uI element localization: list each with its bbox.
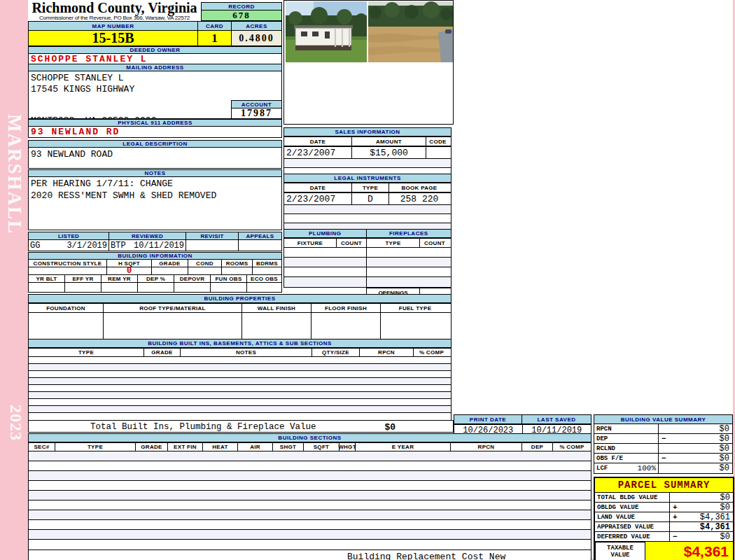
total-built-ins-label: Total Built Ins, Plumbing & Fireplace Va… <box>90 422 316 432</box>
taxable-value-label: TAXABLE VALUE <box>595 542 645 560</box>
building-sections-empty-rows <box>28 451 592 550</box>
property-photo-house[interactable] <box>286 1 367 62</box>
deeded-owner-value: SCHOPPE STANLEY L <box>28 53 282 64</box>
bvs-row-lcf: LCF 100% $0 <box>594 463 732 473</box>
bvs-lcf-value: $0 <box>671 463 729 473</box>
fuel-type-label: FUEL TYPE <box>381 304 449 312</box>
deferred-value: $0 <box>682 532 730 542</box>
reviewed-value: BTP 10/11/2019 <box>109 240 186 251</box>
sidebar-vertical-label-year: 2023 <box>6 405 25 441</box>
bvs-row-rpcn: RPCN $0 <box>594 424 732 434</box>
wall-finish-value <box>242 313 312 340</box>
fuel-type-value <box>381 313 449 340</box>
sales-amount-label: AMOUNT <box>352 137 426 146</box>
eyear-label: E YEAR <box>356 443 451 451</box>
empty-row <box>29 530 591 540</box>
cond-value <box>188 267 222 274</box>
construction-style-value <box>29 267 107 274</box>
empty-row <box>29 385 451 392</box>
empty-row <box>29 357 451 364</box>
sect-comp-label: % COMP <box>553 443 591 451</box>
roof-type-label: ROOF TYPE/MATERIAL <box>104 304 242 312</box>
empty-row <box>29 451 591 461</box>
bvs-row-obs: OBS F/E −$0 <box>594 454 732 463</box>
reviewed-by: BTP <box>111 241 126 251</box>
empty-row <box>284 277 451 287</box>
notes-line-1: PER HEARING 1/7/11: CHANGE <box>29 177 281 189</box>
deppct-label: DEP % <box>138 275 174 282</box>
total-bldg-label: TOTAL BLDG VALUE <box>597 494 657 501</box>
map-number-value: 15-15B <box>28 30 198 46</box>
sect-grade-label: GRADE <box>136 443 168 451</box>
map-number-label: MAP NUMBER <box>28 21 198 31</box>
building-info-value-row-2 <box>28 282 282 293</box>
sales-date-value: 2/23/2007 <box>284 147 352 158</box>
reviewed-label: REVIEWED <box>109 232 186 239</box>
fixture-label: FIXTURE <box>284 239 337 247</box>
building-properties-title: BUILDING PROPERTIES <box>28 294 451 303</box>
physical-address-value: 93 NEWLAND RD <box>28 126 282 138</box>
instrument-bookpage-value: 258 220 <box>389 193 449 204</box>
listed-label: LISTED <box>29 232 109 239</box>
empty-row <box>29 471 591 481</box>
ecoobs-value <box>247 283 281 292</box>
empty-row <box>284 205 451 214</box>
total-built-ins-row: Total Built Ins, Plumbing & Fireplace Va… <box>28 420 454 433</box>
wall-finish-label: WALL FINISH <box>242 304 312 312</box>
building-properties-value-row <box>28 313 451 341</box>
plumbing-fireplaces-empty-rows <box>284 248 451 288</box>
revisit-value <box>186 240 239 251</box>
notes-block: PER HEARING 1/7/11: CHANGE 2020 RESS'MEN… <box>28 176 282 230</box>
builtin-qty-label: QTY/SIZE <box>312 349 360 356</box>
instrument-date-value: 2/23/2007 <box>284 193 352 204</box>
built-ins-empty-rows <box>28 357 451 421</box>
builtin-type-label: TYPE <box>29 349 144 356</box>
ecoobs-label: ECO OBS <box>247 275 281 282</box>
empty-row <box>29 491 591 500</box>
legal-instruments-title: LEGAL INSTRUMENTS <box>284 174 451 183</box>
listed-by: GG <box>30 241 40 251</box>
notes-line-2: 2020 RESS'MENT SWMH & SHED REMOVED <box>29 189 281 201</box>
building-replacement-cost-label: Building Replacement Cost New <box>347 552 505 560</box>
deferred-op: − <box>673 533 682 541</box>
empty-row <box>29 520 591 530</box>
deferred-label: DEFERRED VALUE <box>597 533 650 540</box>
sect-type-label: TYPE <box>55 443 136 451</box>
building-value-summary-title: BUILDING VALUE SUMMARY <box>594 415 732 424</box>
parcel-row-deferred: DEFERRED VALUE −$0 <box>595 532 733 542</box>
record-card: Richmond County, Virginia Commissioner o… <box>28 0 733 559</box>
card-label: CARD <box>197 21 232 31</box>
mailing-line-2: 17545 KINGS HIGHWAY <box>29 83 281 94</box>
sect-dep-label: DEP <box>522 443 553 451</box>
funobs-value <box>211 283 247 292</box>
roof-type-value <box>104 313 242 340</box>
property-photo-land[interactable] <box>368 1 453 62</box>
parcel-row-total-bldg: TOTAL BLDG VALUE $0 <box>595 493 733 503</box>
listed-date: 3/1/2019 <box>66 241 107 251</box>
empty-row <box>29 399 451 406</box>
sect-rpcn-label: RPCN <box>451 443 522 451</box>
land-op: + <box>673 513 682 522</box>
divider <box>366 248 367 287</box>
listed-value: GG 3/1/2019 <box>29 240 109 251</box>
fireplace-type-label: TYPE <box>367 239 420 247</box>
sales-information-title: SALES INFORMATION <box>284 127 451 136</box>
bvs-dep-value: $0 <box>671 434 729 444</box>
parcel-row-appraised: APPRAISED VALUE $4,361 <box>595 522 733 532</box>
empty-row <box>29 406 451 413</box>
reviewed-date: 10/11/2019 <box>134 241 184 251</box>
print-date-label: PRINT DATE <box>454 414 522 424</box>
builtin-grade-label: GRADE <box>144 349 181 356</box>
bvs-rclnd-value: $0 <box>671 444 729 454</box>
building-sections-header-row: SEC# TYPE GRADE EXT FIN HEAT AIR SHGT SQ… <box>28 442 592 451</box>
floor-finish-value <box>312 313 381 340</box>
empty-row <box>29 371 451 378</box>
bvs-lcf-label: LCF <box>596 465 608 472</box>
county-title: Richmond County, Virginia <box>28 1 201 15</box>
parcel-summary-section: PARCEL SUMMARY TOTAL BLDG VALUE $0 OBLDG… <box>594 477 734 560</box>
sales-code-value <box>426 147 449 158</box>
yrblt-value <box>29 283 65 292</box>
review-value-row: GG 3/1/2019 BTP 10/11/2019 <box>28 239 282 251</box>
builtin-rpcn-label: RPCN <box>360 349 414 356</box>
instrument-type-value: D <box>352 193 389 204</box>
